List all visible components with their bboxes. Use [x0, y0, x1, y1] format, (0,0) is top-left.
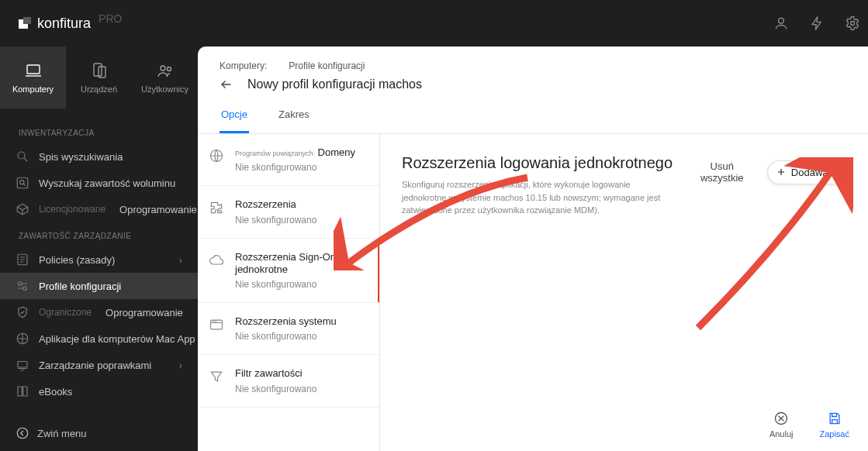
sidebar-item-label: Profile konfiguracji: [39, 281, 121, 292]
rail-tab-devices[interactable]: Urządzeń: [66, 46, 132, 108]
page-title: Nowy profil konfiguracji machos: [247, 77, 422, 91]
shield-icon: [16, 305, 29, 319]
svg-point-9: [18, 152, 25, 159]
svg-rect-4: [27, 65, 40, 74]
sidebar-section-groups: GROUPS: [0, 405, 198, 415]
book-icon: [16, 384, 29, 398]
brand-suffix: PRO: [99, 12, 122, 25]
sidebar-item-label: Zarządzanie poprawkami: [39, 360, 151, 371]
cancel-button[interactable]: Anuluj: [769, 411, 794, 439]
svg-rect-10: [17, 177, 28, 188]
svg-point-14: [23, 287, 27, 291]
sidebar-item-label: eBooks: [39, 386, 72, 398]
add-button[interactable]: Dodawać: [767, 160, 846, 184]
rail-tab-computers[interactable]: Komputery: [0, 46, 66, 108]
svg-rect-19: [211, 320, 223, 329]
sidebar-item-restricted-software[interactable]: Ograniczone Oprogramowanie: [0, 299, 198, 325]
save-icon: [827, 411, 842, 426]
globe-icon: [209, 148, 224, 164]
laptop-icon: [24, 61, 43, 80]
chevron-right-icon: ›: [179, 360, 182, 371]
sidebar-item-prefix: Ograniczone: [39, 307, 92, 318]
remove-all-button[interactable]: Usuń wszystkie: [683, 154, 761, 190]
sidebar-item-label: Oprogramowanie: [119, 204, 197, 215]
back-icon[interactable]: [220, 77, 233, 91]
svg-rect-5: [94, 64, 102, 76]
appstore-icon: [16, 332, 29, 346]
puzzle-icon: [209, 200, 224, 215]
gear-icon[interactable]: [845, 15, 860, 31]
system-icon: [209, 317, 224, 332]
flash-icon[interactable]: [809, 15, 825, 31]
sidebar-section-content-mgmt: ZAWARTOŚĆ ZARZĄDZANIE: [0, 222, 198, 246]
sidebar-item-volume-search[interactable]: Wyszukaj zawartość woluminu: [0, 170, 198, 196]
rail-tab-label: Użytkownicy: [141, 84, 188, 94]
chevron-right-icon: ›: [179, 254, 182, 266]
devices-icon: [90, 61, 109, 80]
sidebar-item-prefix: Licencjonowane: [39, 204, 105, 215]
sidebar-section-inventory: INWENTARYZACJA: [0, 119, 198, 143]
option-sso-extensions[interactable]: Rozszerzenia Sign-On jednokrotne Nie sko…: [198, 239, 379, 304]
option-content-filter[interactable]: Filtr zawartości Nie skonfigurowano: [198, 355, 379, 407]
rail-tab-label: Urządzeń: [81, 84, 117, 94]
svg-point-2: [779, 18, 784, 23]
sidebar-item-patch-mgmt[interactable]: Zarządzanie poprawkami ›: [0, 352, 198, 378]
sidebar-item-label: Spis wyszukiwania: [39, 151, 123, 163]
rail-tab-users[interactable]: Użytkownicy: [132, 46, 198, 108]
sidebar-collapse-label: Zwiń menu: [37, 428, 87, 439]
breadcrumb-item: Profile konfiguracji: [289, 60, 365, 71]
svg-point-11: [20, 181, 24, 184]
breadcrumb: Komputery: Profile konfiguracji: [220, 60, 846, 71]
collapse-icon: [16, 426, 29, 440]
policies-icon: [16, 253, 29, 267]
config-icon: [16, 279, 29, 293]
patch-icon: [16, 358, 29, 372]
sidebar-item-label: Oprogramowanie: [105, 307, 183, 318]
content-description: Skonfiguruj rozszerzenie aplikacji, któr…: [402, 178, 674, 217]
users-icon: [156, 61, 175, 80]
tab-options[interactable]: Opcje: [220, 101, 249, 133]
tab-scope[interactable]: Zakres: [277, 101, 311, 133]
user-icon[interactable]: [773, 15, 789, 31]
svg-rect-1: [23, 17, 31, 24]
funnel-icon: [209, 369, 224, 384]
sidebar-item-label: Policies (zasady): [39, 254, 115, 266]
svg-point-13: [19, 282, 22, 286]
sidebar-item-policies[interactable]: Policies (zasady) ›: [0, 246, 198, 273]
cancel-icon: [773, 411, 789, 426]
save-button[interactable]: Zapisać: [819, 411, 849, 439]
sidebar-item-search-inventory[interactable]: Spis wyszukiwania: [0, 143, 198, 170]
svg-point-17: [17, 428, 28, 439]
svg-point-7: [161, 66, 165, 71]
plus-icon: [776, 167, 787, 177]
sidebar-item-licensed-software[interactable]: Licencjonowane Oprogramowanie: [0, 196, 198, 222]
sidebar-item-label: Aplikacje dla komputerów Mac App Sto: [39, 333, 198, 345]
sidebar-item-label: Wyszukaj zawartość woluminu: [39, 177, 175, 189]
option-extensions[interactable]: Rozszerzenia Nie skonfigurowano: [198, 186, 379, 238]
svg-rect-16: [18, 362, 27, 368]
sidebar-item-ebooks[interactable]: eBooks: [0, 378, 198, 405]
svg-point-3: [851, 22, 855, 26]
sidebar-item-config-profiles[interactable]: Profile konfiguracji: [0, 273, 198, 299]
sidebar-collapse[interactable]: Zwiń menu: [0, 415, 198, 451]
svg-point-8: [167, 67, 171, 71]
search-adv-icon: [16, 176, 29, 190]
sidebar-item-mac-app-store[interactable]: Aplikacje dla komputerów Mac App Sto: [0, 325, 198, 352]
option-system-extensions[interactable]: Rozszerzenia systemu Nie skonfigurowano: [198, 303, 379, 355]
package-icon: [16, 202, 29, 216]
search-icon: [16, 150, 29, 164]
option-associated-domains[interactable]: Programów powiązanychDomeny Nie skonfigu…: [198, 134, 379, 186]
rail-tab-label: Komputery: [12, 84, 54, 94]
content-title: Rozszerzenia logowania jednokrotnego: [402, 154, 674, 172]
brand-logo-icon: [19, 17, 31, 29]
breadcrumb-item: Komputery:: [220, 60, 267, 71]
cloud-icon: [209, 253, 224, 268]
brand-name: konfitura: [37, 15, 91, 32]
